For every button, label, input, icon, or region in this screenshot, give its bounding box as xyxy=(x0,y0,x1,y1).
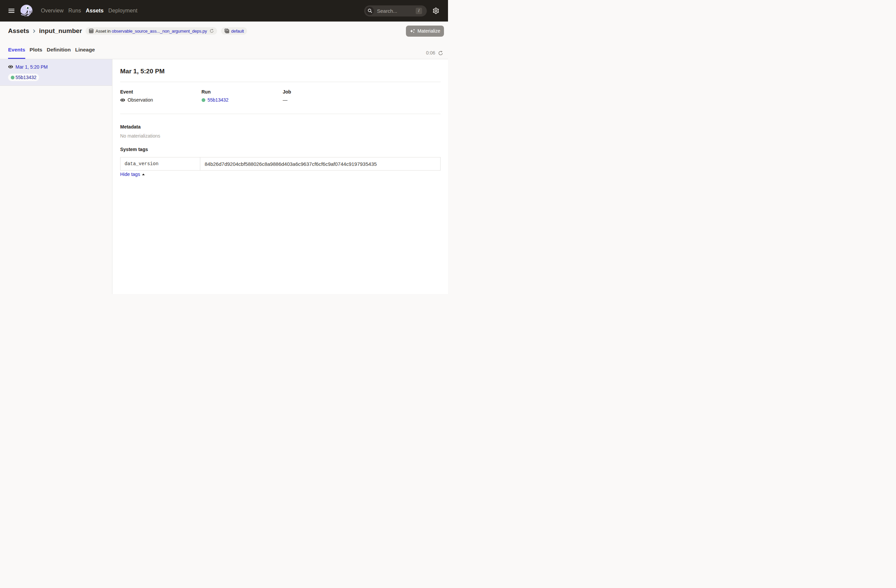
run-status-dot xyxy=(11,76,14,79)
job-column: Job — xyxy=(283,89,440,103)
asset-tabs: Events Plots Definition Lineage xyxy=(8,40,95,59)
observation-eye-icon xyxy=(120,97,125,103)
system-tags-heading: System tags xyxy=(120,147,440,152)
nav-item-overview[interactable]: Overview xyxy=(41,8,64,14)
event-list-sidebar: Mar 1, 5:20 PM 55b13432 xyxy=(0,59,113,294)
event-column-label: Event xyxy=(120,89,202,94)
breadcrumb-row: Assets input_number Asset in observable_… xyxy=(0,21,448,40)
code-location-link[interactable]: default xyxy=(231,29,244,33)
event-summary-columns: Event Observation Run 55b13432 Job xyxy=(120,82,440,103)
event-list-item[interactable]: Mar 1, 5:20 PM 55b13432 xyxy=(0,59,112,86)
code-location-pill: default xyxy=(221,27,247,35)
observation-eye-icon xyxy=(8,64,13,69)
run-id-link[interactable]: 55b13432 xyxy=(15,75,37,80)
search-shortcut-key: / xyxy=(416,8,422,14)
job-column-label: Job xyxy=(283,89,440,94)
event-timestamp-link[interactable]: Mar 1, 5:20 PM xyxy=(15,64,48,70)
repo-location-icon xyxy=(224,29,229,33)
nav-item-deployment[interactable]: Deployment xyxy=(108,8,137,14)
system-tags-table: data_version 84b26d7d9204cbf588026c8a988… xyxy=(120,157,440,170)
sparkles-icon xyxy=(410,28,415,33)
run-status-dot xyxy=(202,98,205,102)
menu-icon[interactable] xyxy=(8,9,14,13)
reload-icon[interactable] xyxy=(210,29,214,33)
top-navigation-bar: Overview Runs Assets Deployment Search..… xyxy=(0,0,448,21)
event-column: Event Observation xyxy=(120,89,202,103)
search-placeholder: Search... xyxy=(377,8,416,14)
nav-item-runs[interactable]: Runs xyxy=(68,8,81,14)
event-type-value: Observation xyxy=(128,97,153,103)
asset-definition-pill: Asset in observable_source_ass..._non_ar… xyxy=(85,27,217,35)
dagster-logo-icon[interactable] xyxy=(20,5,33,16)
asset-pill-text: Asset in observable_source_ass..._non_ar… xyxy=(96,29,207,33)
divider xyxy=(120,114,440,114)
tab-lineage[interactable]: Lineage xyxy=(75,40,95,59)
asset-file-link[interactable]: observable_source_ass..._non_argument_de… xyxy=(112,29,207,33)
breadcrumb-assets-link[interactable]: Assets xyxy=(8,27,29,35)
caret-up-icon xyxy=(142,173,145,175)
materialize-button[interactable]: Materialize xyxy=(406,26,444,36)
content-area: Mar 1, 5:20 PM 55b13432 Mar 1, 5:20 PM E… xyxy=(0,59,448,294)
settings-gear-icon[interactable] xyxy=(433,8,439,14)
run-id-pill[interactable]: 55b13432 xyxy=(8,74,39,81)
tabs-row: Events Plots Definition Lineage 0:06 xyxy=(0,40,448,59)
table-row: data_version 84b26d7d9204cbf588026c8a988… xyxy=(120,157,440,170)
primary-nav: Overview Runs Assets Deployment xyxy=(41,8,138,14)
metadata-heading: Metadata xyxy=(120,124,440,129)
tag-key-cell: data_version xyxy=(120,157,200,170)
metadata-empty-text: No materializations xyxy=(120,133,440,138)
job-value: — xyxy=(283,97,288,103)
search-input[interactable]: Search... / xyxy=(364,5,427,17)
nav-item-assets[interactable]: Assets xyxy=(86,8,104,14)
run-id-link[interactable]: 55b13432 xyxy=(208,97,229,103)
search-icon xyxy=(366,7,374,15)
tag-value-cell: 84b26d7d9204cbf588026c8a9886d403a6c9637c… xyxy=(200,157,440,170)
run-column: Run 55b13432 xyxy=(202,89,283,103)
event-detail-panel: Mar 1, 5:20 PM Event Observation Run 55b… xyxy=(113,59,448,294)
table-grid-icon xyxy=(89,29,94,33)
run-column-label: Run xyxy=(202,89,283,94)
chevron-right-icon xyxy=(32,29,37,33)
tab-events[interactable]: Events xyxy=(8,40,25,59)
hide-tags-link[interactable]: Hide tags xyxy=(120,172,145,177)
event-detail-title: Mar 1, 5:20 PM xyxy=(120,68,440,75)
page-title: input_number xyxy=(39,27,82,35)
tab-definition[interactable]: Definition xyxy=(47,40,71,59)
tab-plots[interactable]: Plots xyxy=(30,40,43,59)
refresh-icon[interactable] xyxy=(438,51,443,56)
refresh-countdown: 0:06 xyxy=(426,50,435,56)
